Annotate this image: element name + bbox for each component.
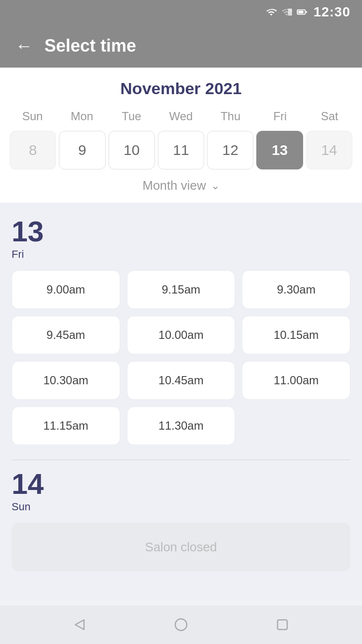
time-slot-1030[interactable]: 10.30am	[12, 361, 120, 400]
date-cell-12[interactable]: 12	[207, 131, 253, 169]
day-13-name: Fri	[12, 248, 50, 261]
month-view-label: Month view	[142, 178, 206, 193]
day-header-thu: Thu	[206, 108, 255, 125]
time-slot-945[interactable]: 9.45am	[12, 316, 120, 354]
svg-rect-6	[278, 620, 287, 630]
nav-back-button[interactable]	[68, 613, 92, 637]
time-slot-1100[interactable]: 11.00am	[242, 361, 350, 400]
home-circle-icon	[174, 617, 188, 632]
date-row: 8 9 10 11 12 13 14	[8, 131, 354, 169]
svg-point-5	[175, 619, 187, 630]
nav-recent-button[interactable]	[270, 613, 294, 637]
day-section-13: 13 Fri 9.00am 9.15am 9.30am 9.45am 10.00…	[12, 217, 350, 445]
signal-icon	[281, 7, 292, 17]
bottom-navigation	[0, 605, 362, 644]
time-slot-1045[interactable]: 10.45am	[127, 361, 236, 400]
nav-home-button[interactable]	[169, 613, 193, 637]
day-header-mon: Mon	[57, 108, 107, 125]
day-header-tue: Tue	[107, 108, 156, 125]
day-header-fri: Fri	[255, 108, 305, 125]
day-14-name: Sun	[12, 501, 50, 513]
back-triangle-icon	[72, 617, 87, 632]
page-title: Select time	[44, 36, 136, 56]
day-header-sun: Sun	[8, 108, 57, 125]
salon-closed-container: Salon closed	[12, 523, 350, 571]
time-slot-915[interactable]: 9.15am	[127, 270, 236, 309]
time-slot-1115[interactable]: 11.15am	[12, 406, 120, 445]
calendar-section: November 2021 Sun Mon Tue Wed Thu Fri Sa…	[0, 68, 362, 203]
time-slots-section: 13 Fri 9.00am 9.15am 9.30am 9.45am 10.00…	[0, 203, 362, 600]
day-section-14: 14 Sun Salon closed	[12, 470, 350, 571]
day-13-time-grid: 9.00am 9.15am 9.30am 9.45am 10.00am 10.1…	[12, 270, 350, 445]
status-icons	[266, 7, 307, 17]
time-slot-1000[interactable]: 10.00am	[127, 316, 236, 354]
date-cell-11[interactable]: 11	[158, 131, 204, 169]
status-bar: 12:30	[0, 0, 362, 24]
svg-rect-0	[288, 9, 292, 16]
chevron-down-icon: ⌄	[211, 180, 220, 192]
month-year-title: November 2021	[8, 79, 354, 98]
date-cell-8: 8	[10, 131, 56, 169]
battery-icon	[297, 7, 307, 17]
day-14-number: 14	[12, 470, 50, 499]
day-13-header: 13 Fri	[12, 217, 350, 261]
time-slot-930[interactable]: 9.30am	[242, 270, 350, 309]
svg-rect-3	[306, 11, 307, 13]
day-header-sat: Sat	[305, 108, 354, 125]
date-cell-14: 14	[306, 131, 352, 169]
date-cell-13[interactable]: 13	[256, 131, 303, 169]
app-header: ← Select time	[0, 24, 362, 68]
svg-rect-2	[298, 11, 304, 14]
status-time: 12:30	[313, 4, 350, 20]
salon-closed-message: Salon closed	[12, 523, 350, 571]
day-header-wed: Wed	[156, 108, 206, 125]
month-view-toggle[interactable]: Month view ⌄	[8, 169, 354, 203]
svg-marker-4	[75, 620, 84, 630]
date-cell-9[interactable]: 9	[59, 131, 105, 169]
back-button[interactable]: ←	[15, 37, 33, 55]
section-divider	[12, 460, 350, 460]
day-14-header: 14 Sun	[12, 470, 350, 513]
day-13-number: 13	[12, 217, 50, 246]
time-slot-1015[interactable]: 10.15am	[242, 316, 350, 354]
time-slot-1130[interactable]: 11.30am	[127, 406, 236, 445]
wifi-icon	[266, 7, 277, 17]
day-headers: Sun Mon Tue Wed Thu Fri Sat	[8, 108, 354, 125]
time-slot-900[interactable]: 9.00am	[12, 270, 120, 309]
date-cell-10[interactable]: 10	[109, 131, 155, 169]
recent-square-icon	[275, 617, 290, 632]
